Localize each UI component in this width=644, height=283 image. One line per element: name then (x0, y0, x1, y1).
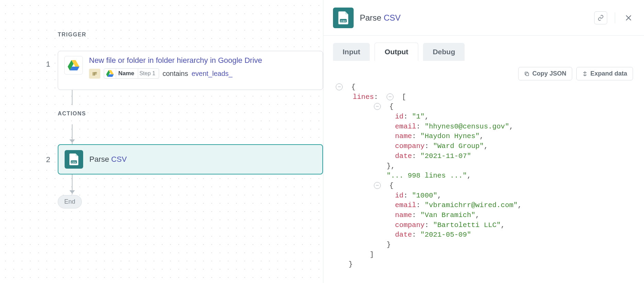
step-number-2: 2 (46, 155, 50, 164)
condition-operator: contains (163, 70, 188, 78)
google-drive-small-icon (104, 69, 116, 78)
svg-text:CSV: CSV (341, 19, 346, 22)
panel-tabs: Input Output Debug (323, 36, 644, 61)
panel-title: Parse CSV (360, 13, 588, 23)
svg-rect-4 (526, 73, 529, 76)
csv-file-icon: CSV (333, 8, 354, 28)
tab-output[interactable]: Output (375, 43, 418, 61)
expand-data-button[interactable]: Expand data (576, 67, 633, 80)
actions-section-label: ACTIONS (58, 111, 86, 117)
action-step-card[interactable]: CSV Parse CSV (58, 144, 323, 174)
collapse-toggle[interactable]: − (374, 103, 381, 110)
trigger-section-label: TRIGGER (58, 32, 86, 38)
condition-field-name: Name (116, 69, 137, 78)
tab-debug[interactable]: Debug (423, 43, 465, 61)
workflow-canvas[interactable]: TRIGGER 1 New file or folder in folder h… (0, 0, 323, 283)
condition-value: event_leads_ (191, 70, 232, 78)
connector-line (72, 90, 73, 105)
condition-field-step: Step 1 (138, 69, 159, 78)
collapse-toggle[interactable]: − (374, 182, 381, 189)
csv-file-icon: CSV (65, 150, 83, 169)
if-chip: IF (89, 69, 100, 79)
trigger-title: New file or folder in folder hierarchy i… (89, 56, 317, 65)
trigger-condition: IF Name Step 1 contains event_l (89, 68, 317, 79)
trigger-step-card[interactable]: New file or folder in folder hierarchy i… (58, 51, 323, 90)
arrow-icon (69, 139, 75, 143)
separator (615, 12, 615, 23)
action-title: Parse CSV (89, 155, 127, 164)
arrow-icon (69, 190, 75, 194)
tab-input[interactable]: Input (333, 43, 370, 61)
copy-json-button[interactable]: Copy JSON (518, 67, 572, 80)
collapse-toggle[interactable]: − (387, 93, 393, 100)
output-toolbar: Copy JSON Expand data (323, 61, 644, 82)
copy-link-button[interactable] (594, 11, 607, 24)
close-button[interactable] (623, 12, 634, 24)
condition-field-pill[interactable]: Name Step 1 (104, 68, 159, 79)
google-drive-icon (64, 56, 83, 75)
svg-text:CSV: CSV (71, 161, 77, 163)
end-node[interactable]: End (58, 195, 82, 208)
step-number-1: 1 (46, 60, 50, 69)
collapse-toggle[interactable]: − (336, 83, 343, 90)
panel-header: CSV Parse CSV (323, 0, 644, 36)
details-panel: CSV Parse CSV Input Output Debug (323, 0, 644, 283)
json-output[interactable]: − { lines: − [ − { id: "1", email: "hhyn… (323, 82, 644, 270)
